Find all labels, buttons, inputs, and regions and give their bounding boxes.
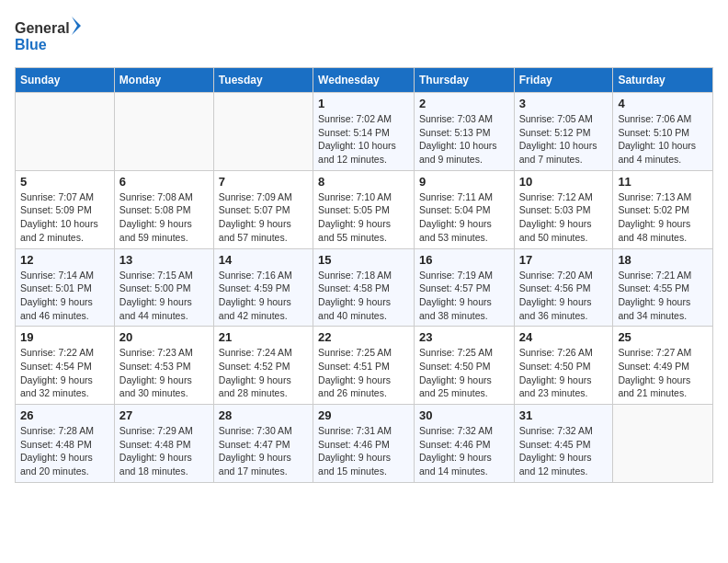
day-number: 22 bbox=[318, 330, 409, 344]
page-header: GeneralBlue bbox=[15, 15, 713, 56]
day-cell bbox=[16, 93, 115, 171]
day-info: Sunrise: 7:15 AM Sunset: 5:00 PM Dayligh… bbox=[119, 269, 209, 323]
day-info: Sunrise: 7:08 AM Sunset: 5:08 PM Dayligh… bbox=[119, 190, 209, 245]
day-cell: 8Sunrise: 7:10 AM Sunset: 5:05 PM Daylig… bbox=[313, 170, 415, 248]
day-info: Sunrise: 7:16 AM Sunset: 4:59 PM Dayligh… bbox=[219, 269, 308, 323]
day-number: 13 bbox=[119, 253, 209, 267]
day-number: 23 bbox=[419, 330, 509, 344]
day-cell: 20Sunrise: 7:23 AM Sunset: 4:53 PM Dayli… bbox=[114, 327, 213, 405]
day-number: 4 bbox=[618, 97, 708, 110]
header-row: SundayMondayTuesdayWednesdayThursdayFrid… bbox=[16, 68, 713, 93]
day-number: 7 bbox=[219, 175, 308, 189]
day-info: Sunrise: 7:21 AM Sunset: 4:55 PM Dayligh… bbox=[618, 269, 708, 323]
day-cell: 30Sunrise: 7:32 AM Sunset: 4:46 PM Dayli… bbox=[414, 405, 514, 483]
day-number: 8 bbox=[318, 175, 409, 189]
day-number: 27 bbox=[119, 408, 209, 422]
day-number: 28 bbox=[219, 408, 308, 422]
day-cell: 27Sunrise: 7:29 AM Sunset: 4:48 PM Dayli… bbox=[114, 405, 213, 483]
day-info: Sunrise: 7:24 AM Sunset: 4:52 PM Dayligh… bbox=[219, 346, 308, 400]
day-number: 18 bbox=[618, 253, 708, 267]
day-cell: 7Sunrise: 7:09 AM Sunset: 5:07 PM Daylig… bbox=[213, 170, 313, 248]
header-thursday: Thursday bbox=[414, 68, 514, 93]
day-number: 5 bbox=[20, 175, 109, 189]
week-row-4: 19Sunrise: 7:22 AM Sunset: 4:54 PM Dayli… bbox=[16, 327, 713, 405]
day-cell: 22Sunrise: 7:25 AM Sunset: 4:51 PM Dayli… bbox=[313, 327, 415, 405]
header-saturday: Saturday bbox=[613, 68, 713, 93]
day-info: Sunrise: 7:32 AM Sunset: 4:46 PM Dayligh… bbox=[419, 424, 509, 478]
day-info: Sunrise: 7:28 AM Sunset: 4:48 PM Dayligh… bbox=[20, 424, 109, 478]
day-info: Sunrise: 7:32 AM Sunset: 4:45 PM Dayligh… bbox=[519, 424, 609, 478]
day-info: Sunrise: 7:05 AM Sunset: 5:12 PM Dayligh… bbox=[519, 112, 609, 167]
day-info: Sunrise: 7:29 AM Sunset: 4:48 PM Dayligh… bbox=[119, 424, 209, 478]
day-cell: 28Sunrise: 7:30 AM Sunset: 4:47 PM Dayli… bbox=[213, 405, 313, 483]
day-number: 21 bbox=[219, 330, 308, 344]
day-number: 17 bbox=[519, 253, 609, 267]
day-info: Sunrise: 7:25 AM Sunset: 4:50 PM Dayligh… bbox=[419, 346, 509, 400]
day-info: Sunrise: 7:18 AM Sunset: 4:58 PM Dayligh… bbox=[318, 269, 409, 323]
day-number: 3 bbox=[519, 97, 609, 110]
day-number: 24 bbox=[519, 330, 609, 344]
week-row-1: 1Sunrise: 7:02 AM Sunset: 5:14 PM Daylig… bbox=[16, 93, 713, 171]
day-info: Sunrise: 7:31 AM Sunset: 4:46 PM Dayligh… bbox=[318, 424, 409, 478]
day-info: Sunrise: 7:19 AM Sunset: 4:57 PM Dayligh… bbox=[419, 269, 509, 323]
day-cell: 24Sunrise: 7:26 AM Sunset: 4:50 PM Dayli… bbox=[514, 327, 613, 405]
day-cell: 18Sunrise: 7:21 AM Sunset: 4:55 PM Dayli… bbox=[613, 248, 713, 327]
header-tuesday: Tuesday bbox=[213, 68, 313, 93]
day-cell: 1Sunrise: 7:02 AM Sunset: 5:14 PM Daylig… bbox=[313, 93, 415, 171]
day-info: Sunrise: 7:22 AM Sunset: 4:54 PM Dayligh… bbox=[20, 346, 109, 400]
day-cell: 25Sunrise: 7:27 AM Sunset: 4:49 PM Dayli… bbox=[613, 327, 713, 405]
day-cell: 29Sunrise: 7:31 AM Sunset: 4:46 PM Dayli… bbox=[313, 405, 415, 483]
day-info: Sunrise: 7:20 AM Sunset: 4:56 PM Dayligh… bbox=[519, 269, 609, 323]
day-info: Sunrise: 7:25 AM Sunset: 4:51 PM Dayligh… bbox=[318, 346, 409, 400]
header-friday: Friday bbox=[514, 68, 613, 93]
day-cell: 2Sunrise: 7:03 AM Sunset: 5:13 PM Daylig… bbox=[414, 93, 514, 171]
day-info: Sunrise: 7:11 AM Sunset: 5:04 PM Dayligh… bbox=[419, 190, 509, 245]
day-number: 31 bbox=[519, 408, 609, 422]
day-cell: 5Sunrise: 7:07 AM Sunset: 5:09 PM Daylig… bbox=[16, 170, 115, 248]
day-number: 9 bbox=[419, 175, 509, 189]
day-info: Sunrise: 7:26 AM Sunset: 4:50 PM Dayligh… bbox=[519, 346, 609, 400]
day-cell: 21Sunrise: 7:24 AM Sunset: 4:52 PM Dayli… bbox=[213, 327, 313, 405]
day-info: Sunrise: 7:03 AM Sunset: 5:13 PM Dayligh… bbox=[419, 112, 509, 167]
day-cell: 6Sunrise: 7:08 AM Sunset: 5:08 PM Daylig… bbox=[114, 170, 213, 248]
day-cell: 16Sunrise: 7:19 AM Sunset: 4:57 PM Dayli… bbox=[414, 248, 514, 327]
day-cell: 17Sunrise: 7:20 AM Sunset: 4:56 PM Dayli… bbox=[514, 248, 613, 327]
week-row-3: 12Sunrise: 7:14 AM Sunset: 5:01 PM Dayli… bbox=[16, 248, 713, 327]
header-monday: Monday bbox=[114, 68, 213, 93]
day-cell: 12Sunrise: 7:14 AM Sunset: 5:01 PM Dayli… bbox=[16, 248, 115, 327]
day-number: 19 bbox=[20, 330, 109, 344]
day-info: Sunrise: 7:27 AM Sunset: 4:49 PM Dayligh… bbox=[618, 346, 708, 400]
header-sunday: Sunday bbox=[16, 68, 115, 93]
day-cell: 19Sunrise: 7:22 AM Sunset: 4:54 PM Dayli… bbox=[16, 327, 115, 405]
day-info: Sunrise: 7:07 AM Sunset: 5:09 PM Dayligh… bbox=[20, 190, 109, 245]
day-number: 16 bbox=[419, 253, 509, 267]
day-cell: 10Sunrise: 7:12 AM Sunset: 5:03 PM Dayli… bbox=[514, 170, 613, 248]
day-number: 15 bbox=[318, 253, 409, 267]
day-cell bbox=[114, 93, 213, 171]
calendar-table: SundayMondayTuesdayWednesdayThursdayFrid… bbox=[15, 67, 713, 483]
week-row-2: 5Sunrise: 7:07 AM Sunset: 5:09 PM Daylig… bbox=[16, 170, 713, 248]
day-info: Sunrise: 7:02 AM Sunset: 5:14 PM Dayligh… bbox=[318, 112, 409, 167]
day-info: Sunrise: 7:09 AM Sunset: 5:07 PM Dayligh… bbox=[219, 190, 308, 245]
day-info: Sunrise: 7:14 AM Sunset: 5:01 PM Dayligh… bbox=[20, 269, 109, 323]
day-number: 1 bbox=[318, 97, 409, 110]
day-cell: 14Sunrise: 7:16 AM Sunset: 4:59 PM Dayli… bbox=[213, 248, 313, 327]
day-info: Sunrise: 7:10 AM Sunset: 5:05 PM Dayligh… bbox=[318, 190, 409, 245]
day-number: 30 bbox=[419, 408, 509, 422]
week-row-5: 26Sunrise: 7:28 AM Sunset: 4:48 PM Dayli… bbox=[16, 405, 713, 483]
day-info: Sunrise: 7:13 AM Sunset: 5:02 PM Dayligh… bbox=[618, 190, 708, 245]
day-number: 10 bbox=[519, 175, 609, 189]
svg-text:General: General bbox=[15, 20, 70, 36]
day-cell: 15Sunrise: 7:18 AM Sunset: 4:58 PM Dayli… bbox=[313, 248, 415, 327]
day-cell: 23Sunrise: 7:25 AM Sunset: 4:50 PM Dayli… bbox=[414, 327, 514, 405]
svg-marker-2 bbox=[72, 17, 81, 35]
logo: GeneralBlue bbox=[15, 15, 88, 56]
day-number: 25 bbox=[618, 330, 708, 344]
day-cell bbox=[613, 405, 713, 483]
day-info: Sunrise: 7:12 AM Sunset: 5:03 PM Dayligh… bbox=[519, 190, 609, 245]
day-cell: 13Sunrise: 7:15 AM Sunset: 5:00 PM Dayli… bbox=[114, 248, 213, 327]
day-number: 20 bbox=[119, 330, 209, 344]
day-cell: 9Sunrise: 7:11 AM Sunset: 5:04 PM Daylig… bbox=[414, 170, 514, 248]
day-number: 11 bbox=[618, 175, 708, 189]
day-cell: 26Sunrise: 7:28 AM Sunset: 4:48 PM Dayli… bbox=[16, 405, 115, 483]
